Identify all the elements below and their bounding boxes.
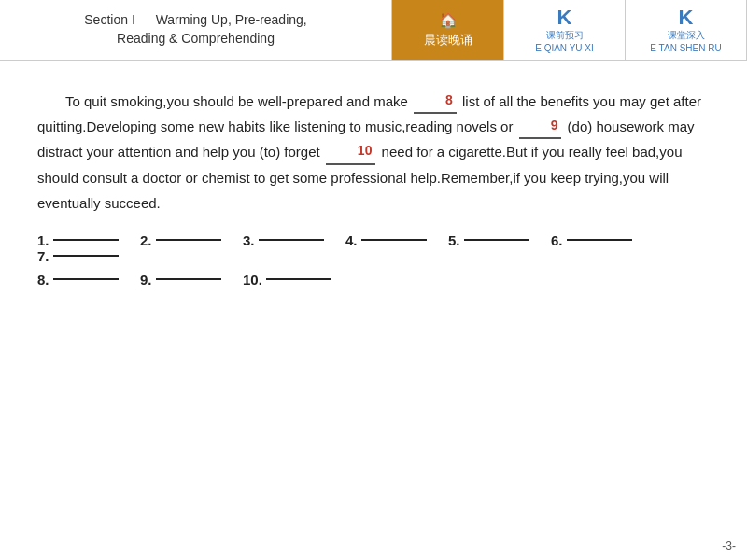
answer-line-2 (156, 239, 221, 241)
blank-9: 9 (519, 114, 562, 139)
answer-num-2: 2. (140, 232, 152, 248)
answer-line-10 (266, 278, 331, 280)
answer-line-3 (259, 239, 324, 241)
main-content: To quit smoking,you should be well-prepa… (0, 61, 747, 314)
home-icon: 🏠 (439, 11, 458, 29)
tab-deep-study-pinyin: E TAN SHEN RU (650, 43, 721, 53)
tab-morning-reading-label: 晨读晚诵 (424, 32, 472, 49)
answer-line-4 (361, 239, 427, 241)
answer-line-8 (53, 278, 119, 280)
answers-section: 1. 2. 3. 4. 5. 6. 7. 8. (37, 232, 710, 287)
answer-line-5 (464, 239, 529, 241)
answer-num-4: 4. (345, 232, 358, 248)
answer-item-3: 3. (243, 232, 336, 248)
answer-item-1: 1. (37, 232, 131, 248)
section-title: Section Ⅰ — Warming Up, Pre-reading, Rea… (0, 0, 392, 60)
answer-item-8: 8. (37, 272, 131, 287)
answer-item-5: 5. (448, 232, 542, 248)
answer-line-9 (156, 278, 221, 280)
answer-num-7: 7. (37, 248, 49, 264)
tab-deep-study[interactable]: K 课堂深入 E TAN SHEN RU (626, 0, 747, 60)
para-text-1: To quit smoking,you should be well-prepa… (65, 93, 408, 109)
answer-num-6: 6. (551, 232, 563, 248)
answer-line-7 (53, 255, 119, 257)
answer-num-1: 1. (37, 232, 49, 248)
k-letter-2: K (679, 7, 694, 28)
answer-num-3: 3. (243, 232, 255, 248)
answer-line-1 (53, 239, 119, 241)
answer-num-8: 8. (37, 272, 49, 287)
tab-preview[interactable]: K 课前预习 E QIAN YU XI (504, 0, 626, 60)
answer-num-9: 9. (140, 272, 152, 287)
answer-item-2: 2. (140, 232, 233, 248)
blank-8: 8 (414, 89, 457, 114)
answer-item-9: 9. (140, 272, 233, 287)
k-letter-1: K (557, 7, 572, 28)
tab-preview-label: 课前预习 (546, 29, 584, 42)
tab-morning-reading[interactable]: 🏠 晨读晚诵 (392, 0, 504, 60)
tab-deep-study-label: 课堂深入 (668, 29, 705, 42)
answer-line-6 (567, 239, 632, 241)
answer-num-5: 5. (448, 232, 460, 248)
answer-item-10: 10. (243, 272, 336, 287)
page-header: Section Ⅰ — Warming Up, Pre-reading, Rea… (0, 0, 747, 61)
answer-row-1: 1. 2. 3. 4. 5. 6. 7. (37, 232, 710, 264)
answer-row-2: 8. 9. 10. (37, 272, 710, 287)
answer-item-6: 6. (551, 232, 644, 248)
reading-paragraph: To quit smoking,you should be well-prepa… (37, 89, 710, 216)
page-number: -3- (722, 539, 736, 553)
answer-item-7: 7. (37, 248, 131, 264)
tab-preview-pinyin: E QIAN YU XI (535, 43, 594, 53)
answer-num-10: 10. (243, 272, 262, 287)
answer-item-4: 4. (345, 232, 439, 248)
blank-10: 10 (326, 139, 376, 164)
